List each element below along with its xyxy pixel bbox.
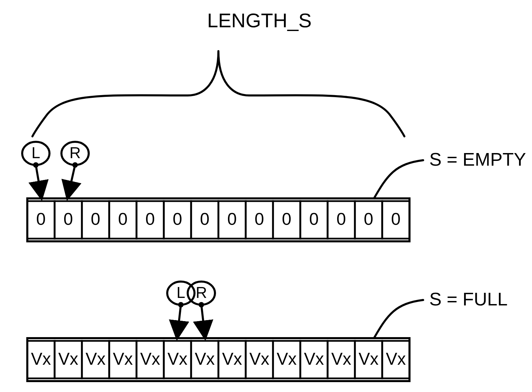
full-pointer-l-label: L [176, 284, 185, 301]
full-array-cell-value: Vx [277, 349, 297, 368]
empty-pointer-l-label: L [31, 144, 40, 162]
full-array-cell-value: Vx [386, 349, 406, 368]
full-array-cell-value: Vx [58, 349, 78, 368]
full-state-label: S = FULL [429, 289, 508, 309]
empty-array-cell-value: 0 [336, 210, 346, 229]
empty-pointer-l-arrow [36, 165, 41, 195]
empty-array-cell-value: 0 [309, 210, 319, 229]
empty-pointer-r-label: R [69, 144, 81, 162]
empty-array-cell-value: 0 [282, 210, 291, 229]
brace-length-s [32, 51, 404, 136]
full-pointer-r-label: R [196, 284, 207, 301]
full-array-cell-value: Vx [222, 349, 242, 368]
full-array-cell-value: Vx [113, 349, 133, 368]
empty-array-cell-value: 0 [63, 210, 73, 229]
full-array-cell-value: Vx [168, 349, 187, 368]
full-array-cell-value: Vx [304, 349, 324, 368]
title-length-s: LENGTH_S [207, 9, 312, 31]
full-array-cell-value: Vx [140, 349, 160, 368]
empty-array-cell-value: 0 [227, 210, 237, 229]
full-state-hook [374, 300, 423, 338]
full-pointer-l-arrow [177, 305, 181, 335]
empty-array-cell-value: 0 [255, 210, 264, 229]
empty-array-cell-value: 0 [200, 210, 210, 229]
empty-state-hook [374, 160, 423, 198]
empty-array-cell-value: 0 [145, 210, 155, 229]
empty-array-cell-value: 0 [36, 210, 46, 229]
full-array-cell-value: Vx [86, 349, 105, 368]
empty-array-cell-value: 0 [391, 210, 401, 229]
full-array-cell-value: Vx [31, 349, 51, 368]
empty-array-cell-value: 0 [173, 210, 182, 229]
diagram-root: LENGTH_S00000000000000LRS = EMPTYVxVxVxV… [0, 0, 532, 392]
full-pointer-r-arrow [201, 305, 205, 335]
full-array-cell-value: Vx [195, 349, 215, 368]
full-array-cell-value: Vx [249, 349, 269, 368]
empty-array-cell-value: 0 [364, 210, 373, 229]
full-array-cell-value: Vx [331, 349, 351, 368]
empty-array-cell-value: 0 [118, 210, 128, 229]
empty-array-cell-value: 0 [91, 210, 100, 229]
empty-state-label: S = EMPTY [429, 149, 526, 169]
empty-pointer-r-arrow [68, 165, 75, 195]
full-array-cell-value: Vx [359, 349, 378, 368]
